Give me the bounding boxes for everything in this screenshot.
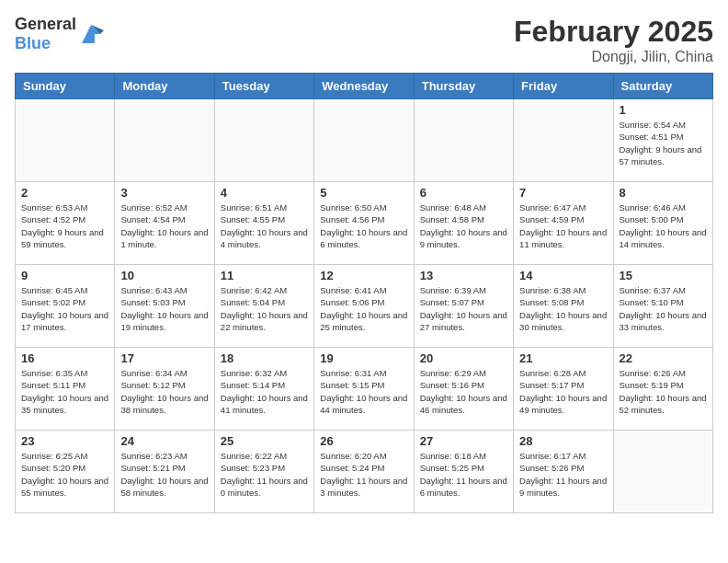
logo-general: General [15,15,76,33]
day-info: Sunrise: 6:29 AM Sunset: 5:16 PM Dayligh… [420,367,507,416]
day-number: 25 [221,434,308,448]
weekday-header-friday: Friday [514,74,613,99]
day-number: 22 [620,351,707,365]
day-number: 4 [221,186,308,200]
day-number: 21 [519,351,607,365]
day-info: Sunrise: 6:28 AM Sunset: 5:17 PM Dayligh… [519,367,607,416]
day-number: 1 [620,103,707,117]
week-row-3: 9Sunrise: 6:45 AM Sunset: 5:02 PM Daylig… [16,265,713,348]
day-cell: 9Sunrise: 6:45 AM Sunset: 5:02 PM Daylig… [16,265,115,348]
day-number: 14 [519,269,607,282]
logo-icon [78,21,104,47]
day-info: Sunrise: 6:31 AM Sunset: 5:15 PM Dayligh… [320,367,407,416]
day-info: Sunrise: 6:43 AM Sunset: 5:03 PM Dayligh… [120,284,208,333]
day-info: Sunrise: 6:32 AM Sunset: 5:14 PM Dayligh… [221,367,308,416]
calendar-table: SundayMondayTuesdayWednesdayThursdayFrid… [15,73,713,513]
title-area: February 2025 Dongji, Jilin, China [514,15,713,65]
day-cell [115,99,214,182]
day-info: Sunrise: 6:23 AM Sunset: 5:21 PM Dayligh… [120,450,208,499]
day-cell: 19Sunrise: 6:31 AM Sunset: 5:15 PM Dayli… [314,348,414,431]
day-cell: 3Sunrise: 6:52 AM Sunset: 4:54 PM Daylig… [115,182,214,265]
day-cell: 14Sunrise: 6:38 AM Sunset: 5:08 PM Dayli… [514,265,613,348]
weekday-header-sunday: Sunday [16,74,115,99]
day-cell [414,99,513,182]
calendar-subtitle: Dongji, Jilin, China [514,49,713,65]
day-number: 9 [21,269,108,282]
day-number: 11 [221,269,308,282]
day-cell: 18Sunrise: 6:32 AM Sunset: 5:14 PM Dayli… [214,348,313,431]
day-number: 3 [120,186,208,200]
day-number: 28 [519,434,607,448]
day-number: 23 [21,434,108,448]
day-info: Sunrise: 6:48 AM Sunset: 4:58 PM Dayligh… [420,201,507,250]
day-cell: 23Sunrise: 6:25 AM Sunset: 5:20 PM Dayli… [16,431,115,513]
day-cell: 26Sunrise: 6:20 AM Sunset: 5:24 PM Dayli… [314,431,414,513]
day-cell [613,431,712,513]
day-cell: 27Sunrise: 6:18 AM Sunset: 5:25 PM Dayli… [414,431,513,513]
day-info: Sunrise: 6:22 AM Sunset: 5:23 PM Dayligh… [221,450,308,499]
day-number: 5 [320,186,407,200]
week-row-4: 16Sunrise: 6:35 AM Sunset: 5:11 PM Dayli… [16,348,713,431]
day-cell: 24Sunrise: 6:23 AM Sunset: 5:21 PM Dayli… [115,431,214,513]
day-number: 12 [320,269,407,282]
day-number: 8 [620,186,707,200]
logo-text: General Blue [15,15,76,53]
day-cell [314,99,414,182]
day-info: Sunrise: 6:35 AM Sunset: 5:11 PM Dayligh… [21,367,108,416]
day-info: Sunrise: 6:46 AM Sunset: 5:00 PM Dayligh… [620,201,707,250]
day-cell: 8Sunrise: 6:46 AM Sunset: 5:00 PM Daylig… [613,182,712,265]
day-number: 6 [420,186,507,200]
weekday-header-tuesday: Tuesday [214,74,313,99]
day-info: Sunrise: 6:38 AM Sunset: 5:08 PM Dayligh… [519,284,607,333]
day-info: Sunrise: 6:51 AM Sunset: 4:55 PM Dayligh… [221,201,308,250]
day-number: 2 [21,186,108,200]
day-info: Sunrise: 6:53 AM Sunset: 4:52 PM Dayligh… [21,201,108,250]
day-info: Sunrise: 6:47 AM Sunset: 4:59 PM Dayligh… [519,201,607,250]
weekday-header-saturday: Saturday [613,74,712,99]
day-number: 15 [620,269,707,282]
day-info: Sunrise: 6:50 AM Sunset: 4:56 PM Dayligh… [320,201,407,250]
day-info: Sunrise: 6:37 AM Sunset: 5:10 PM Dayligh… [620,284,707,333]
header: General Blue February 2025 Dongji, Jilin… [15,15,713,65]
day-info: Sunrise: 6:45 AM Sunset: 5:02 PM Dayligh… [21,284,108,333]
day-cell: 17Sunrise: 6:34 AM Sunset: 5:12 PM Dayli… [115,348,214,431]
day-info: Sunrise: 6:26 AM Sunset: 5:19 PM Dayligh… [620,367,707,416]
day-cell: 25Sunrise: 6:22 AM Sunset: 5:23 PM Dayli… [214,431,313,513]
day-info: Sunrise: 6:41 AM Sunset: 5:06 PM Dayligh… [320,284,407,333]
day-cell: 15Sunrise: 6:37 AM Sunset: 5:10 PM Dayli… [613,265,712,348]
day-cell: 1Sunrise: 6:54 AM Sunset: 4:51 PM Daylig… [613,99,712,182]
day-info: Sunrise: 6:52 AM Sunset: 4:54 PM Dayligh… [120,201,208,250]
day-info: Sunrise: 6:20 AM Sunset: 5:24 PM Dayligh… [320,450,407,499]
day-cell: 12Sunrise: 6:41 AM Sunset: 5:06 PM Dayli… [314,265,414,348]
day-number: 27 [420,434,507,448]
logo: General Blue [15,15,104,53]
calendar-title: February 2025 [514,15,713,49]
day-info: Sunrise: 6:25 AM Sunset: 5:20 PM Dayligh… [21,450,108,499]
day-info: Sunrise: 6:39 AM Sunset: 5:07 PM Dayligh… [420,284,507,333]
day-number: 17 [120,351,208,365]
day-cell [214,99,313,182]
day-cell: 4Sunrise: 6:51 AM Sunset: 4:55 PM Daylig… [214,182,313,265]
day-number: 24 [120,434,208,448]
weekday-header-row: SundayMondayTuesdayWednesdayThursdayFrid… [16,74,713,99]
day-cell: 7Sunrise: 6:47 AM Sunset: 4:59 PM Daylig… [514,182,613,265]
day-number: 20 [420,351,507,365]
day-cell: 13Sunrise: 6:39 AM Sunset: 5:07 PM Dayli… [414,265,513,348]
day-cell: 28Sunrise: 6:17 AM Sunset: 5:26 PM Dayli… [514,431,613,513]
day-cell: 11Sunrise: 6:42 AM Sunset: 5:04 PM Dayli… [214,265,313,348]
week-row-1: 1Sunrise: 6:54 AM Sunset: 4:51 PM Daylig… [16,99,713,182]
day-info: Sunrise: 6:17 AM Sunset: 5:26 PM Dayligh… [519,450,607,499]
day-cell: 5Sunrise: 6:50 AM Sunset: 4:56 PM Daylig… [314,182,414,265]
week-row-5: 23Sunrise: 6:25 AM Sunset: 5:20 PM Dayli… [16,431,713,513]
day-cell [514,99,613,182]
day-number: 13 [420,269,507,282]
weekday-header-wednesday: Wednesday [314,74,414,99]
week-row-2: 2Sunrise: 6:53 AM Sunset: 4:52 PM Daylig… [16,182,713,265]
day-number: 19 [320,351,407,365]
day-cell [16,99,115,182]
day-cell: 22Sunrise: 6:26 AM Sunset: 5:19 PM Dayli… [613,348,712,431]
weekday-header-thursday: Thursday [414,74,513,99]
day-number: 26 [320,434,407,448]
day-info: Sunrise: 6:34 AM Sunset: 5:12 PM Dayligh… [120,367,208,416]
day-cell: 16Sunrise: 6:35 AM Sunset: 5:11 PM Dayli… [16,348,115,431]
